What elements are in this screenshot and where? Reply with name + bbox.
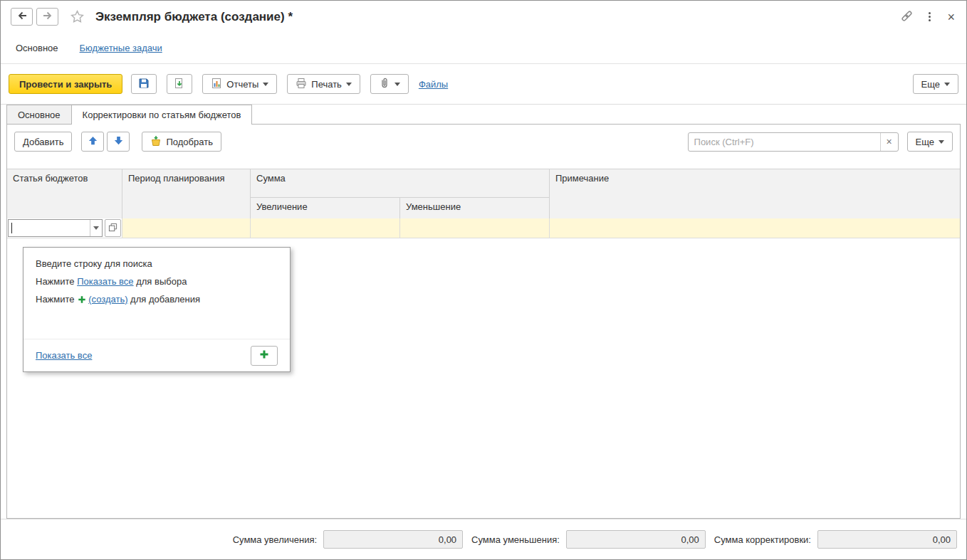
text-cursor [11,223,12,233]
chevron-down-icon [394,83,400,89]
more-button[interactable]: Еще [913,74,958,94]
show-all-inline-link[interactable]: Показать все [77,276,133,287]
decrease-cell[interactable] [400,218,550,238]
back-arrow-icon [16,10,28,23]
add-button[interactable]: Добавить [14,132,72,152]
print-button[interactable]: Печать [287,74,360,94]
column-header-note[interactable]: Примечание [550,169,960,219]
create-inline-link[interactable]: (создать) [88,294,127,305]
reports-button[interactable]: Отчеты [202,74,277,94]
create-new-button[interactable] [251,346,278,366]
pick-basket-icon [150,135,162,149]
arrow-up-icon [88,135,98,148]
chevron-down-icon [939,140,944,147]
totals-bar: Сумма увеличения: 0,00 Сумма уменьшения:… [1,519,966,559]
floppy-disk-icon [138,78,150,91]
plus-icon [259,349,269,361]
title-bar: Экземпляр бюджета (создание) * × [1,1,966,33]
command-bar: Провести и закрыть Отчеты Печать [1,64,966,105]
page-title: Экземпляр бюджета (создание) * [95,10,293,24]
search-box: × [688,132,899,152]
hint-create: Нажмите (создать) для добавления [36,293,278,307]
tab-main[interactable]: Основное [6,105,71,125]
table-edit-row[interactable] [7,218,960,238]
total-decrease-label: Сумма уменьшения: [471,534,560,545]
total-increase: Сумма увеличения: 0,00 [233,530,463,549]
save-button[interactable] [131,74,157,94]
app-window: Экземпляр бюджета (создание) * × Основно… [0,0,967,560]
total-decrease: Сумма уменьшения: 0,00 [471,530,706,549]
back-button[interactable] [11,8,33,26]
total-increase-field: 0,00 [323,530,463,549]
reports-icon [211,78,222,91]
forward-button[interactable] [36,8,58,26]
clear-search-icon[interactable]: × [880,133,898,151]
total-decrease-field: 0,00 [566,530,706,549]
move-down-button[interactable] [107,132,130,152]
chevron-down-icon [93,226,99,233]
period-cell[interactable] [122,218,251,238]
total-correction: Сумма корректировки: 0,00 [714,530,957,549]
favorite-star-icon[interactable] [70,9,85,24]
files-link[interactable]: Файлы [419,79,448,90]
note-cell[interactable] [550,218,960,238]
column-header-article[interactable]: Статья бюджетов [7,169,122,219]
column-header-decrease[interactable]: Уменьшение [400,198,550,219]
column-header-period[interactable]: Период планирования [122,169,251,219]
show-all-link[interactable]: Показать все [36,350,92,361]
hint-search: Введите строку для поиска [36,258,278,270]
post-document-button[interactable] [167,74,192,94]
corrections-panel: Добавить Подобрать [6,124,961,519]
nav-item-main[interactable]: Основное [16,43,58,53]
increase-cell[interactable] [251,218,400,238]
pick-button[interactable]: Подобрать [142,132,221,152]
column-header-sum[interactable]: Сумма [251,169,550,198]
open-picker-icon [108,223,117,234]
article-suggest-popup: Введите строку для поиска Нажмите Показа… [23,247,291,372]
article-cell[interactable] [7,218,122,238]
hint-show-all: Нажмите Показать все для выбора [36,275,278,288]
post-and-close-button[interactable]: Провести и закрыть [9,74,122,94]
chevron-down-icon [263,83,268,89]
column-header-increase[interactable]: Увеличение [251,198,400,219]
printer-icon [296,78,307,91]
total-increase-label: Сумма увеличения: [233,534,317,545]
nav-link-budget-tasks[interactable]: Бюджетные задачи [80,43,162,53]
article-combo-input[interactable] [8,219,103,237]
section-nav: Основное Бюджетные задачи [1,33,966,64]
table-more-button[interactable]: Еще [907,132,953,152]
open-picker-button[interactable] [105,219,121,237]
forward-arrow-icon [42,10,53,23]
popup-footer: Показать все [23,339,290,371]
link-icon[interactable] [900,9,914,25]
attachments-button[interactable] [370,74,409,94]
total-correction-label: Сумма корректировки: [714,534,811,545]
table-toolbar: Добавить Подобрать [14,132,953,152]
total-correction-field: 0,00 [817,530,957,549]
post-document-icon [174,78,185,91]
plus-icon [78,295,86,307]
kebab-menu-icon[interactable] [927,11,932,23]
paperclip-icon [379,78,390,91]
tab-strip: Основное Корректировки по статьям бюджет… [6,105,252,125]
move-up-button[interactable] [81,132,104,152]
arrow-down-icon [113,135,124,148]
tab-corrections[interactable]: Корректировки по статьям бюджетов [71,105,253,125]
chevron-down-icon [944,83,950,89]
search-input[interactable] [689,137,880,147]
close-icon[interactable]: × [946,11,956,23]
chevron-down-icon [346,83,352,89]
table-header: Статья бюджетов Период планирования Сумм… [7,169,960,219]
combo-dropdown-button[interactable] [90,220,102,236]
